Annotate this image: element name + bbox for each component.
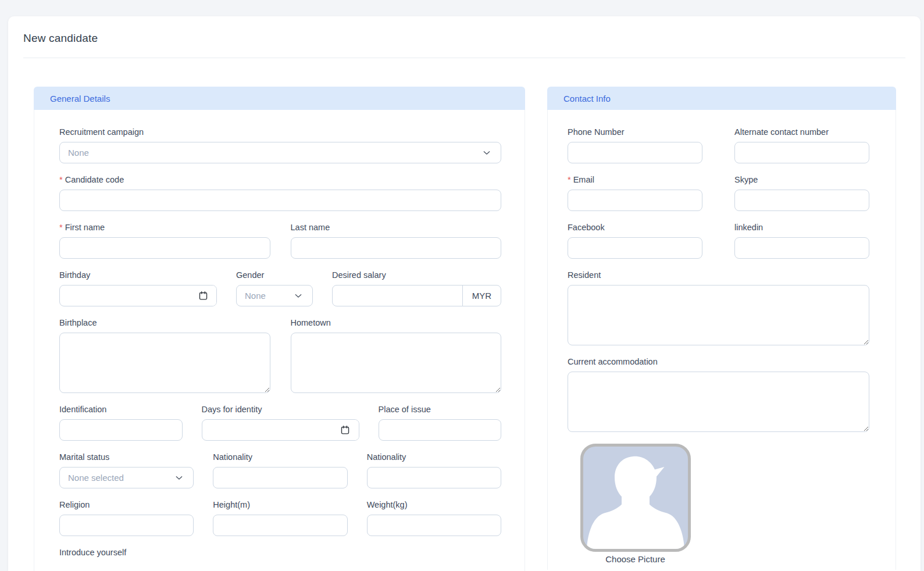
hometown-textarea[interactable] (291, 333, 502, 393)
contact-info-body: Phone Number Alternate contact number *E… (547, 110, 896, 570)
marital-status-value: None selected (68, 473, 124, 483)
introduce-yourself-label: Introduce yourself (59, 548, 501, 558)
desired-salary-input[interactable] (333, 286, 462, 306)
marital-status-label: Marital status (59, 452, 194, 462)
identification-label: Identification (59, 405, 183, 415)
candidate-code-label: Candidate code (65, 175, 124, 184)
row-resident: Resident (568, 270, 869, 345)
required-asterisk: * (59, 175, 63, 184)
gender-label: Gender (236, 270, 313, 280)
first-name-label: First name (65, 223, 105, 232)
last-name-label: Last name (291, 223, 502, 233)
row-social: Facebook linkedin (568, 223, 869, 259)
nationality-label: Nationality (213, 452, 347, 462)
row-birthday-gender-salary: Birthday Gender None (59, 270, 501, 306)
desired-salary-label: Desired salary (332, 270, 501, 280)
row-marital-nationality: Marital status None selected Nationality… (59, 452, 501, 488)
general-details-header: General Details (34, 87, 525, 110)
new-candidate-card: New candidate General Details Recruitmen… (8, 16, 921, 571)
birthplace-textarea[interactable] (59, 333, 270, 393)
skype-input[interactable] (734, 190, 869, 211)
religion-label: Religion (59, 500, 194, 510)
contact-info-header: Contact Info (547, 87, 896, 110)
recruitment-campaign-value: None (68, 148, 89, 158)
birthday-input[interactable] (60, 286, 190, 306)
row-email-skype: *Email Skype (568, 175, 869, 211)
row-religion-height-weight: Religion Height(m) Weight(kg) (59, 500, 501, 536)
page-title: New candidate (23, 32, 905, 45)
currency-addon: MYR (462, 286, 501, 306)
row-phone: Phone Number Alternate contact number (568, 127, 869, 163)
height-input[interactable] (213, 515, 347, 536)
avatar-placeholder[interactable] (580, 444, 691, 552)
candidate-code-input[interactable] (59, 190, 501, 211)
nationality-label: Nationality (367, 452, 501, 462)
current-accommodation-textarea[interactable] (568, 372, 869, 432)
section-contact-info: Contact Info Phone Number Alternate cont… (547, 87, 896, 570)
gender-select[interactable]: None (236, 285, 313, 306)
general-details-body: Recruitment campaign None *Candidate cod… (34, 110, 525, 571)
row-recruitment-campaign: Recruitment campaign None (59, 127, 501, 163)
chevron-down-icon (294, 291, 303, 301)
choose-picture-button[interactable]: Choose Picture (580, 554, 691, 564)
recruitment-campaign-label: Recruitment campaign (59, 127, 501, 137)
row-candidate-code: *Candidate code (59, 175, 501, 211)
email-input[interactable] (568, 190, 702, 211)
birthday-calendar-button[interactable] (190, 286, 216, 306)
birthday-label: Birthday (59, 270, 217, 280)
card-header: New candidate (8, 16, 921, 58)
chevron-down-icon (482, 148, 491, 158)
row-name: *First name Last name (59, 223, 501, 259)
facebook-input[interactable] (568, 237, 702, 259)
required-asterisk: * (568, 175, 571, 184)
days-for-identity-date-group (202, 419, 359, 441)
general-details-title: General Details (50, 94, 110, 104)
calendar-icon (340, 425, 350, 435)
gender-value: None (245, 291, 266, 301)
required-asterisk: * (59, 223, 63, 232)
desired-salary-group: MYR (332, 285, 501, 306)
section-general-details: General Details Recruitment campaign Non… (34, 87, 525, 571)
identification-input[interactable] (59, 419, 183, 441)
candidate-picture-block: Choose Picture (568, 444, 703, 564)
current-accommodation-label: Current accommodation (568, 357, 869, 367)
calendar-icon (198, 291, 208, 301)
nationality-input-1[interactable] (213, 467, 347, 488)
row-introduce-yourself: Introduce yourself (59, 548, 501, 558)
chevron-down-icon (174, 473, 184, 483)
days-for-identity-label: Days for identity (202, 405, 359, 415)
birthplace-label: Birthplace (59, 318, 270, 328)
place-of-issue-label: Place of issue (379, 405, 502, 415)
alternate-contact-number-input[interactable] (734, 142, 869, 163)
skype-label: Skype (734, 175, 869, 185)
resident-textarea[interactable] (568, 285, 869, 345)
place-of-issue-input[interactable] (379, 419, 502, 441)
religion-input[interactable] (59, 515, 194, 536)
form-panels: General Details Recruitment campaign Non… (8, 58, 921, 571)
facebook-label: Facebook (568, 223, 702, 233)
weight-label: Weight(kg) (367, 500, 501, 510)
nationality-input-2[interactable] (367, 467, 501, 488)
height-label: Height(m) (213, 500, 347, 510)
person-silhouette-icon (583, 447, 688, 549)
weight-input[interactable] (367, 515, 501, 536)
email-label: Email (573, 175, 594, 184)
marital-status-select[interactable]: None selected (59, 467, 194, 488)
days-for-identity-input[interactable] (202, 420, 332, 440)
hometown-label: Hometown (291, 318, 502, 328)
phone-number-input[interactable] (568, 142, 702, 163)
first-name-input[interactable] (59, 237, 270, 259)
resident-label: Resident (568, 270, 869, 280)
alternate-contact-number-label: Alternate contact number (734, 127, 869, 137)
linkedin-input[interactable] (734, 237, 869, 259)
recruitment-campaign-select[interactable]: None (59, 142, 501, 163)
phone-number-label: Phone Number (568, 127, 702, 137)
row-current-accommodation: Current accommodation (568, 357, 869, 432)
birthday-date-group (59, 285, 217, 306)
days-for-identity-calendar-button[interactable] (332, 420, 359, 440)
row-identification: Identification Days for identity (59, 405, 501, 441)
last-name-input[interactable] (291, 237, 502, 259)
contact-info-title: Contact Info (563, 94, 611, 104)
linkedin-label: linkedin (734, 223, 869, 233)
row-birthplace-hometown: Birthplace Hometown (59, 318, 501, 393)
